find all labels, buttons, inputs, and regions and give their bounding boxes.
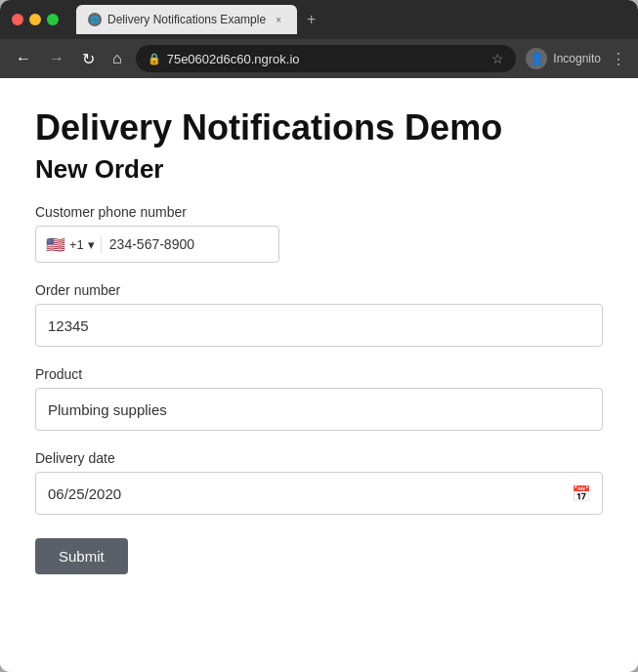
refresh-button[interactable]: ↻ [78,48,99,70]
order-form-group: Order number [35,282,603,347]
product-label: Product [35,366,603,382]
close-button[interactable] [12,14,23,25]
order-label: Order number [35,282,603,298]
date-input-wrapper: 📅 [35,472,603,515]
phone-number-input[interactable] [109,236,280,252]
url-bar[interactable]: 🔒 75e0602d6c60.ngrok.io ☆ [136,45,517,72]
forward-button[interactable]: → [45,48,68,69]
country-code-select[interactable]: 🇺🇸 +1 ▾ [46,235,102,254]
flag-icon: 🇺🇸 [46,235,65,254]
home-button[interactable]: ⌂ [108,48,126,69]
page-content: Delivery Notifications Demo New Order Cu… [0,78,638,672]
browser-window: 🌐 Delivery Notifications Example × + ← →… [0,0,638,672]
date-form-group: Delivery date 📅 [35,450,603,515]
active-tab[interactable]: 🌐 Delivery Notifications Example × [76,5,297,34]
profile-icon[interactable]: 👤 [526,48,547,69]
tab-favicon: 🌐 [88,13,102,26]
phone-form-group: Customer phone number 🇺🇸 +1 ▾ [35,204,603,263]
back-button[interactable]: ← [12,48,35,69]
date-label: Delivery date [35,450,603,466]
tab-close-button[interactable]: × [272,13,285,26]
bookmark-icon[interactable]: ☆ [491,51,504,66]
submit-button[interactable]: Submit [35,538,128,574]
country-code: +1 [69,237,84,252]
date-input[interactable] [35,472,603,515]
new-tab-button[interactable]: + [301,11,321,28]
profile-label: Incognito [553,52,601,65]
product-input[interactable] [35,388,603,431]
url-text: 75e0602d6c60.ngrok.io [167,52,487,66]
title-bar: 🌐 Delivery Notifications Example × + [0,0,638,39]
address-bar: ← → ↻ ⌂ 🔒 75e0602d6c60.ngrok.io ☆ 👤 Inco… [0,39,638,78]
tab-label: Delivery Notifications Example [107,13,266,26]
traffic-lights [12,14,59,25]
tab-bar: 🌐 Delivery Notifications Example × + [76,5,626,34]
product-form-group: Product [35,366,603,431]
profile-area: 👤 Incognito [526,48,601,69]
phone-label: Customer phone number [35,204,603,220]
maximize-button[interactable] [47,14,59,25]
order-number-input[interactable] [35,304,603,347]
section-title: New Order [35,154,603,185]
minimize-button[interactable] [29,14,41,25]
phone-input-wrapper[interactable]: 🇺🇸 +1 ▾ [35,226,279,263]
page-title: Delivery Notifications Demo [35,107,603,148]
browser-menu-button[interactable]: ⋮ [611,50,626,68]
lock-icon: 🔒 [148,53,161,65]
dropdown-arrow: ▾ [88,237,95,252]
